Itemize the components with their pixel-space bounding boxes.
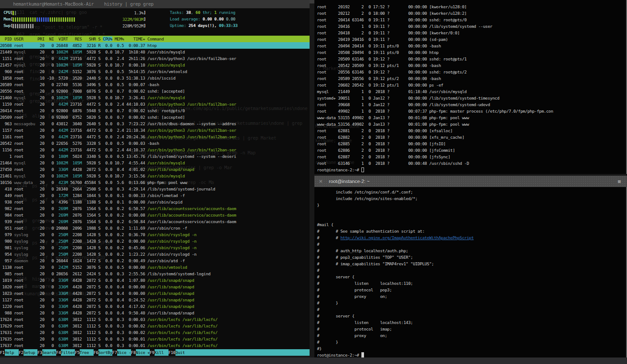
process-row[interactable]: 449 root 20 0 172M 1284 1044 S 0.0 0.1 0… (0, 192, 310, 199)
fkey-f5-tree[interactable]: F5Tree (75, 349, 94, 356)
ps-output-lines: root 20192 2 0 17:52 ? 00:00:00 [kworker… (317, 3, 553, 173)
process-row[interactable]: 1127 root 20 0 336M 4428 2072 S 0.0 0.4 … (0, 297, 310, 303)
process-row[interactable]: 21449 mysql 20 0 1082M 105M 5928 S 0.0 1… (0, 49, 310, 55)
config-line: # proxy on; (317, 332, 474, 339)
process-row[interactable]: 20509 root 20 0 92800 6752 5820 S 0.0 0.… (0, 114, 310, 120)
config-line: include /etc/nginx/conf.d/*.conf; (317, 189, 474, 195)
process-row[interactable]: 985 root 20 0 28656 2612 2424 S 0.0 0.3 … (0, 270, 310, 277)
htop-function-key-bar: F1Help F2Setup F3SearchF4FilterF5Tree F6… (0, 349, 310, 356)
column-header-res[interactable]: RES (70, 37, 82, 41)
process-row[interactable]: 1161 root 20 0 442M 23716 4472 S 0.0 2.4… (0, 134, 310, 140)
config-line: # # imap_capabilities "IMAP4rev1" "UIDPL… (317, 260, 474, 267)
process-row[interactable]: 963 messagebu 20 0 43012 3040 2640 S 0.0… (0, 120, 310, 127)
ps-line: root 20556 63146 0 19:12 ? 00:00:00 sshd… (317, 69, 553, 75)
config-line: #mail { (317, 221, 474, 228)
process-row[interactable]: 27450 root 20 0 336M 4428 2072 S 0.0 0.4… (0, 166, 310, 173)
process-row[interactable]: 988 root 20 0 336M 4428 2072 S 0.0 0.4 9… (0, 310, 310, 316)
process-row[interactable]: 20542 root 20 0 22656 5276 3328 S 0.0 0.… (0, 140, 310, 147)
process-row[interactable]: 951 root 20 0 29008 2096 1988 S 0.0 0.2 … (0, 225, 310, 231)
column-header-shr[interactable]: SHR (84, 37, 96, 41)
htop-stats: Tasks: 38, 60 thr; 1 runningLoad average… (170, 9, 238, 29)
htop-load-line: Load average: 0.00 0.00 0.00 (170, 16, 238, 22)
column-header-time+[interactable]: TIME+ (126, 37, 145, 41)
process-row[interactable]: 21461 mysql 20 0 1082M 105M 5928 S 0.0 1… (0, 173, 310, 179)
hamburger-menu-icon[interactable]: ≡ (617, 178, 621, 185)
process-row[interactable]: 938 root 20 0 4396 1188 1188 S 0.0 0.1 0… (0, 199, 310, 205)
ps-line: root 20419 20416 0 19:11 ? 00:00:00 (sd-… (317, 36, 553, 43)
process-row[interactable]: 984 root 20 0 269M 2076 1564 S 0.0 0.2 0… (0, 212, 310, 218)
process-row[interactable]: 1151 root 20 0 442M 23716 4472 S 0.0 2.4… (0, 55, 310, 62)
process-row[interactable]: 21464 mysql 20 0 1082M 105M 5928 S 0.0 1… (0, 160, 310, 166)
process-row[interactable]: 979 syslog 20 0 250M 2208 1428 S 0.0 0.2… (0, 231, 310, 238)
process-row[interactable]: 1 root 20 0 180M 5024 3340 S 0.0 0.5 13:… (0, 153, 310, 160)
column-header-pri[interactable]: PRI (37, 37, 44, 41)
process-row[interactable]: 17631 root 20 0 638M 3012 1112 S 0.0 0.3… (0, 329, 310, 336)
htop-column-header[interactable]: PID USER PRI NI VIRT RES SHR S CPU% MEM%… (0, 36, 310, 42)
ps-line: root 62885 2 0 2018 ? 00:00:00 [jfsIO] (317, 140, 553, 147)
process-row[interactable]: 954 syslog 20 0 250M 2208 1428 S 0.0 0.2… (0, 251, 310, 257)
process-row[interactable]: 1157 root 20 0 442M 23716 4472 S 0.0 2.4… (0, 127, 310, 134)
column-header-command[interactable]: Command (147, 37, 164, 41)
fkey-f4-filter[interactable]: F4Filter (56, 349, 75, 356)
process-row[interactable]: 1023 root 20 0 336M 4428 2072 S 0.0 0.4 … (0, 290, 310, 297)
process-row[interactable]: 981 syslog 20 0 250M 2208 1428 S 0.0 0.2… (0, 244, 310, 251)
process-row[interactable]: 21460 mysql 20 0 1082M 105M 5928 S 0.0 1… (0, 94, 310, 101)
process-row[interactable]: 17624 root 20 0 638M 3012 1112 S 0.0 0.3… (0, 316, 310, 323)
column-header-mem%[interactable]: MEM% (115, 37, 124, 41)
ps-line: root 20602 20542 0 19:12 pts/1 00:00:00 … (317, 82, 553, 88)
fkey-f8-nice-+[interactable]: F8Nice + (131, 349, 150, 356)
fkey-f3-search[interactable]: F3Search (37, 349, 56, 356)
process-row[interactable]: 980 syslog 20 0 250M 2208 1428 S 0.0 0.2… (0, 238, 310, 244)
config-line: # } (317, 300, 474, 306)
process-row[interactable]: 982 root 20 0 269M 2076 1564 S 0.0 0.2 6… (0, 205, 310, 212)
process-row[interactable]: 939 root 20 0 269M 2076 1564 S 0.0 0.2 6… (0, 218, 310, 225)
fkey-f1-help[interactable]: F1Help (0, 349, 19, 356)
process-row[interactable]: 17637 root 20 0 638M 3012 1112 S 0.0 0.3… (0, 342, 310, 349)
column-header-virt[interactable]: VIRT (56, 37, 68, 41)
process-row[interactable]: 1019 root 20 0 336M 4428 2072 S 0.0 0.4 … (0, 277, 310, 284)
ps-line: root 62881 2 0 2018 ? 00:00:00 [xfsalloc… (317, 127, 553, 134)
swp-meter-value: 228M/952M (122, 23, 143, 29)
fkey-f9-kill[interactable]: F9Kill (150, 349, 169, 356)
fkey-f7-nice--[interactable]: F7Nice - (112, 349, 131, 356)
column-header-cpu%[interactable]: CPU% (103, 37, 112, 41)
config-line: # listen localhost:143; (317, 319, 474, 326)
process-row[interactable]: 1156 root 20 0 442M 23716 4472 S 0.0 2.4… (0, 147, 310, 153)
process-row[interactable]: 20556 root 20 0 92800 7008 6076 S 0.0 0.… (0, 88, 310, 94)
ps-line: root 20212 2 0 18:00 ? 00:00:00 [kworker… (317, 10, 553, 17)
config-line: # (317, 306, 474, 313)
ps-line: root 20542 20509 0 19:12 pts/1 00:00:00 … (317, 62, 553, 69)
column-header-s[interactable]: S (98, 37, 101, 41)
config-line: #} (317, 345, 474, 352)
ps-line: root 39668 1 0 Jan12 ? 00:00:00 /lib/sys… (317, 101, 553, 108)
process-row[interactable]: 20414 root 20 0 92800 6876 5948 S 0.0 0.… (0, 107, 310, 114)
fkey-f2-setup[interactable]: F2Setup (19, 349, 37, 356)
text-cursor (361, 352, 364, 357)
process-row[interactable]: 20589 root 20 0 22740 5536 3496 S 0.0 0.… (0, 81, 310, 88)
column-header-pid[interactable]: PID (0, 37, 12, 41)
column-header-ni[interactable]: NI (47, 37, 54, 41)
process-row-selected[interactable]: 20508 root 20 0 26848 4852 3216 R 0.0 0.… (0, 42, 310, 49)
process-row[interactable]: 957 daemon 20 0 26044 1624 1472 S 0.0 0.… (0, 257, 310, 264)
terminal-titlebar[interactable]: ✕ root@instance-2: ~ ≡ (314, 176, 627, 187)
ps-line: root 62886 2 0 2018 ? 00:00:00 [jfsCommi… (317, 147, 553, 154)
fkey-f10-quit[interactable]: F10Quit (169, 349, 310, 356)
process-row[interactable]: 1220 root 20 0 336M 4428 2072 S 0.0 0.4 … (0, 303, 310, 310)
fkey-f6-sortby[interactable]: F6SortBy (94, 349, 112, 356)
ps-line: root 20508 20494 0 19:11 pts/0 00:00:00 … (317, 49, 553, 56)
process-row[interactable]: 1159 root 20 0 442M 23716 4472 S 0.0 2.4… (0, 101, 310, 107)
process-row[interactable]: 1058 root 10 -10 5720 3520 2440 S 0.0 0.… (0, 75, 310, 81)
process-row[interactable]: 1138 root 20 0 242M 5152 3076 S 0.0 0.5 … (0, 264, 310, 270)
process-row[interactable]: 17629 root 20 0 638M 3012 1112 S 0.0 0.3… (0, 323, 310, 329)
config-line: # server { (317, 313, 474, 319)
column-header-user[interactable]: USER (14, 37, 35, 41)
process-row[interactable]: 21457 mysql 20 0 1082M 105M 5928 S 0.0 1… (0, 62, 310, 68)
process-row[interactable]: 17635 root 20 0 638M 3012 1112 S 0.0 0.3… (0, 336, 310, 342)
window-bottom-strip (0, 357, 627, 364)
process-row[interactable]: 1020 root 20 0 336M 4428 2072 S 0.0 0.4 … (0, 284, 310, 290)
process-row[interactable]: 960 root 20 0 242M 5152 3076 S 0.0 0.5 5… (0, 68, 310, 75)
nginx-wiki-link[interactable]: http://wiki.nginx.org/ImapAuthenticateWi… (340, 235, 474, 240)
process-row[interactable]: 10156 www-data 20 0 423M 56760 45584 S 0… (0, 179, 310, 186)
close-icon[interactable]: ✕ (319, 178, 323, 185)
process-row[interactable]: 418 root 20 0 28340 2664 2508 S 0.0 0.3 … (0, 186, 310, 192)
